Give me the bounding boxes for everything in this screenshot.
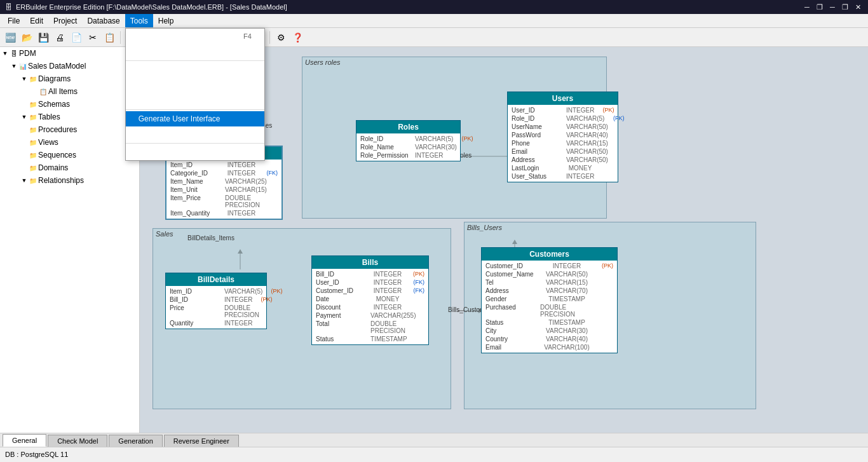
tab-reverse-engineer[interactable]: Reverse Engineer xyxy=(164,435,239,447)
menu-database[interactable]: Database xyxy=(82,14,125,27)
er-table-row: Tel VARCHAR(15) xyxy=(484,278,614,287)
er-table-row: Address VARCHAR(70) xyxy=(484,287,614,295)
toolbar-open[interactable]: 📂 xyxy=(19,30,34,45)
er-table-row: Price DOUBLE PRECISION xyxy=(168,304,264,319)
sidebar-item-diagrams[interactable]: ▼ 📁 Diagrams xyxy=(0,72,139,85)
sidebar-item-pdm[interactable]: ▼ 🗄 PDM xyxy=(0,47,139,60)
er-table-row: Customer_Name VARCHAR(50) xyxy=(484,270,614,278)
dd-check-model-label: Check Model xyxy=(139,32,183,41)
er-table-row: Quantity INTEGER xyxy=(168,319,264,327)
er-table-row: Item_ID INTEGER xyxy=(169,161,279,169)
tab-generation[interactable]: Generation xyxy=(109,435,162,447)
sidebar-item-domains[interactable]: 📁 Domains xyxy=(0,161,139,174)
er-table-bills-header: Bills xyxy=(312,256,428,269)
er-table-row: Discount INTEGER xyxy=(315,303,426,311)
toolbar-sep-4 xyxy=(269,31,270,44)
bottom-tabs: General Check Model Generation Reverse E… xyxy=(0,433,868,447)
tab-general[interactable]: General xyxy=(3,434,46,447)
status-bar: DB : PostgreSQL 11 xyxy=(0,447,868,461)
sidebar-item-schemas[interactable]: 📁 Schemas xyxy=(0,98,139,111)
titlebar-title: ERBuilder Enterprise Edition [F:\DataMod… xyxy=(16,3,287,11)
er-table-users-body: User_ID INTEGER (PK) Role_ID VARCHAR(5) … xyxy=(508,105,618,182)
dd-virtual-data[interactable]: Virtual Data xyxy=(126,126,264,142)
sidebar-item-procedures[interactable]: 📁 Procedures xyxy=(0,123,139,136)
er-table-customers-header: Customers xyxy=(482,248,617,261)
expand-sales-model: ▼ xyxy=(10,63,18,69)
toolbar-help[interactable]: ❓ xyxy=(290,30,305,45)
menu-help[interactable]: Help xyxy=(153,14,179,27)
er-table-users[interactable]: Users User_ID INTEGER (PK) Role_ID VARCH… xyxy=(507,92,618,182)
sidebar-diagrams-label: Diagrams xyxy=(38,74,71,83)
schemas-icon: 📁 xyxy=(28,99,38,109)
dd-data-gen[interactable]: Data Generation xyxy=(126,93,264,108)
dd-change-dbms[interactable]: Change DBMS xyxy=(126,44,264,59)
sa-users-roles-label: Users roles xyxy=(302,57,606,67)
restore-btn[interactable]: ❐ xyxy=(840,2,850,12)
sidebar-relationships-label: Relationships xyxy=(38,176,84,185)
er-table-row: Payment VARCHAR(255) xyxy=(315,311,426,320)
menu-tools[interactable]: Tools Check Model F4 Change DBMS Compare… xyxy=(125,14,153,27)
er-table-row: Customer_ID INTEGER (FK) xyxy=(315,287,426,295)
sidebar-schemas-label: Schemas xyxy=(38,100,70,109)
minimize-btn[interactable]: ─ xyxy=(827,2,837,12)
toolbar-settings[interactable]: ⚙ xyxy=(273,30,288,45)
er-table-row: Phone VARCHAR(15) xyxy=(510,139,615,147)
titlebar-controls: ─ ❐ ─ ❐ ✕ xyxy=(802,2,863,12)
toolbar-cut[interactable]: ✂ xyxy=(85,30,100,45)
er-table-roles[interactable]: Roles Role_ID VARCHAR(5) (PK) Role_Name … xyxy=(356,120,461,161)
expand-pdm: ▼ xyxy=(1,50,9,57)
dd-check-model[interactable]: Check Model F4 xyxy=(126,29,264,44)
toolbar-save[interactable]: 💾 xyxy=(36,30,51,45)
dd-gen-ui[interactable]: Generate User Interface xyxy=(126,111,264,126)
er-table-row: User_ID INTEGER (FK) xyxy=(315,278,426,287)
all-items-icon: 📋 xyxy=(38,86,48,97)
toolbar-new[interactable]: 🆕 xyxy=(3,30,18,45)
er-table-row: Item_ID VARCHAR(5) (PK) xyxy=(168,287,264,296)
toolbar-page-setup[interactable]: 📄 xyxy=(69,30,84,45)
er-table-customers[interactable]: Customers Customer_ID INTEGER (PK) Custo… xyxy=(481,247,618,353)
menu-file[interactable]: File xyxy=(3,14,25,27)
toolbar-sep-1 xyxy=(120,31,121,44)
dd-data-gen-label: Data Generation xyxy=(139,96,194,105)
sidebar-item-relationships[interactable]: ▼ 📁 Relationships xyxy=(0,174,139,187)
sidebar: ▼ 🗄 PDM ▼ 📊 Sales DataModel ▼ 📁 Diagrams… xyxy=(0,47,140,433)
toolbar-copy[interactable]: 📋 xyxy=(102,30,117,45)
diagrams-icon: 📁 xyxy=(28,74,38,84)
er-table-billdetails-header: BillDetails xyxy=(166,273,266,286)
er-table-row: Total DOUBLE PRECISION xyxy=(315,320,426,335)
menu-edit[interactable]: Edit xyxy=(25,14,48,27)
sequences-icon: 📁 xyxy=(28,150,38,160)
dd-generate-doc[interactable]: Generate Model Documentation xyxy=(126,78,264,93)
sidebar-item-all-items[interactable]: 📋 All Items xyxy=(0,85,139,98)
dd-change-dbms-label: Change DBMS xyxy=(139,47,189,56)
toolbar-print[interactable]: 🖨 xyxy=(52,30,67,45)
er-table-row: Email VARCHAR(100) xyxy=(484,343,614,351)
er-table-bills[interactable]: Bills Bill_ID INTEGER (PK) User_ID INTEG… xyxy=(311,255,429,345)
sales-model-icon: 📊 xyxy=(18,61,28,71)
er-table-row: LastLogin MONEY xyxy=(510,164,615,172)
menu-project[interactable]: Project xyxy=(48,14,82,27)
sidebar-item-tables[interactable]: ▼ 📁 Tables xyxy=(0,111,139,123)
rel-label-billdetails-items: BillDetails_Items xyxy=(187,234,234,241)
close-btn[interactable]: ✕ xyxy=(853,2,863,12)
er-table-row: Country VARCHAR(40) xyxy=(484,335,614,343)
views-icon: 📁 xyxy=(28,137,38,147)
tab-check-model[interactable]: Check Model xyxy=(48,435,107,447)
sidebar-item-views[interactable]: 📁 Views xyxy=(0,136,139,149)
er-table-row: Item_Name VARCHAR(25) xyxy=(169,177,279,186)
menu-tools-label: Tools xyxy=(125,15,153,27)
er-table-billdetails[interactable]: BillDetails Item_ID VARCHAR(5) (PK) Bill… xyxy=(165,273,267,329)
dd-options[interactable]: Options xyxy=(126,145,264,160)
app-minimize-btn[interactable]: ─ xyxy=(802,2,812,12)
procedures-icon: 📁 xyxy=(28,125,38,135)
sidebar-item-sequences[interactable]: 📁 Sequences xyxy=(0,149,139,161)
sidebar-item-sales-model[interactable]: ▼ 📊 Sales DataModel xyxy=(0,60,139,72)
er-table-row: Address VARCHAR(50) xyxy=(510,156,615,164)
er-table-row: Bill_ID INTEGER (PK) xyxy=(168,296,264,304)
app-restore-btn[interactable]: ❐ xyxy=(815,2,825,12)
sidebar-pdm-label: PDM xyxy=(19,49,36,58)
titlebar-left: 🗄 ERBuilder Enterprise Edition [F:\DataM… xyxy=(5,3,287,11)
er-table-row: Role_ID VARCHAR(5) (PK) xyxy=(359,135,458,143)
dd-compare[interactable]: Compare xyxy=(126,62,264,78)
sidebar-views-label: Views xyxy=(38,138,58,147)
